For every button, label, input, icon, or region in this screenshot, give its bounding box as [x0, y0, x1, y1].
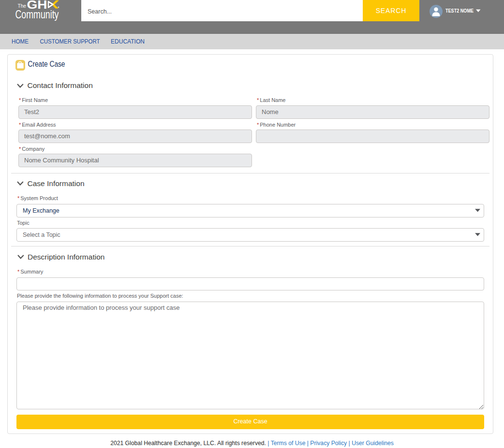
svg-text:EDUCATION: EDUCATION: [111, 38, 145, 45]
svg-text:HOME: HOME: [12, 38, 29, 45]
svg-text:Create Case: Create Case: [28, 59, 65, 68]
svg-text:Community: Community: [15, 8, 59, 21]
svg-text:CUSTOMER SUPPORT: CUSTOMER SUPPORT: [40, 38, 100, 45]
svg-text:TEST2 NOME: TEST2 NOME: [445, 8, 474, 14]
